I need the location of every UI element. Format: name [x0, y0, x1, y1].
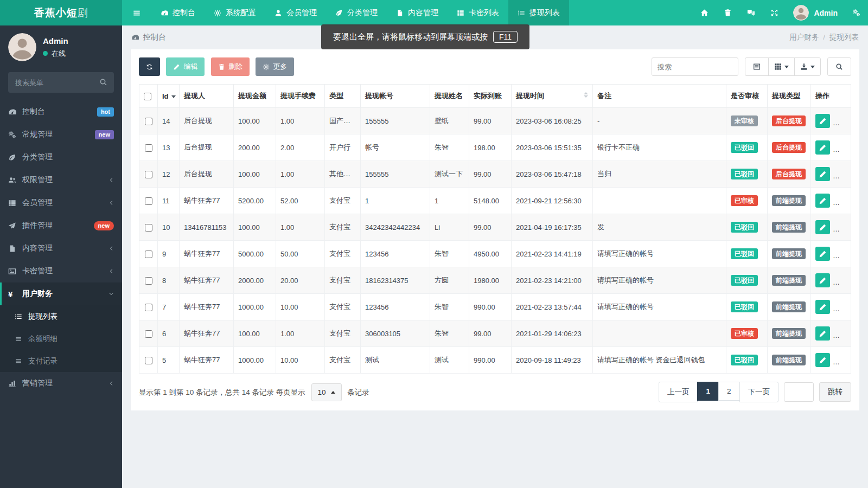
sidebar-item[interactable]: 内容管理 — [0, 237, 122, 260]
gear-icon — [214, 9, 221, 17]
cell-name: 方圆 — [430, 267, 469, 294]
sidebar-subitem[interactable]: 支付记录 — [0, 350, 122, 372]
topnav-item[interactable]: 提现列表 — [508, 0, 569, 25]
breadcrumb-separator: / — [823, 33, 825, 41]
row-checkbox[interactable] — [145, 277, 152, 285]
row-checkbox[interactable] — [145, 357, 152, 364]
row-edit-button[interactable] — [815, 114, 830, 128]
row-edit-button[interactable] — [815, 194, 830, 208]
column-header: 提现姓名 — [430, 85, 469, 108]
cell-user: 蜗牛狂奔77 — [180, 347, 234, 374]
row-checkbox[interactable] — [145, 197, 152, 205]
topnav-item[interactable]: 分类管理 — [326, 0, 387, 25]
export-button[interactable] — [794, 57, 821, 76]
settings-button[interactable] — [845, 0, 868, 25]
search-button[interactable] — [827, 57, 851, 76]
select-all-checkbox[interactable] — [144, 93, 151, 100]
home-button[interactable] — [693, 0, 716, 25]
sidebar-item[interactable]: 分类管理 — [0, 146, 122, 169]
topnav-item[interactable]: 系统配置 — [205, 0, 265, 25]
cell-name: 朱智 — [430, 134, 469, 161]
sidebar-item[interactable]: 营销管理 — [0, 372, 122, 395]
audit-status-badge: 已审核 — [731, 195, 758, 206]
row-edit-button[interactable] — [815, 326, 830, 341]
cell-amount: 5000.00 — [234, 241, 276, 267]
row-edit-button[interactable] — [815, 300, 830, 314]
topnav-item[interactable]: 会员管理 — [265, 0, 326, 25]
row-checkbox[interactable] — [145, 251, 152, 258]
refresh-button[interactable] — [139, 57, 160, 76]
user-menu[interactable]: Admin — [786, 5, 845, 21]
sidebar-item[interactable]: 会员管理 — [0, 191, 122, 214]
more-button[interactable]: 更多 — [256, 57, 294, 76]
sidebar-item[interactable]: 卡密管理 — [0, 260, 122, 282]
breadcrumb-label: 控制台 — [143, 33, 166, 42]
delete-button[interactable]: 删除 — [211, 57, 250, 76]
language-button[interactable] — [739, 0, 763, 25]
sidebar-item[interactable]: ¥用户财务 — [0, 282, 122, 305]
columns-button[interactable] — [768, 57, 795, 76]
menu-search-input[interactable] — [8, 72, 114, 93]
cogs-icon — [852, 9, 860, 17]
cell-actual: 99.00 — [469, 214, 512, 241]
row-edit-button[interactable] — [815, 273, 830, 287]
cell-name: 朱智 — [430, 320, 469, 347]
detail-view-button[interactable] — [745, 57, 769, 76]
row-checkbox[interactable] — [145, 118, 152, 125]
audit-status-badge: 已驳回 — [731, 275, 758, 286]
row-edit-button[interactable] — [815, 220, 830, 234]
clear-cache-button[interactable] — [716, 0, 739, 25]
page-prev-button[interactable]: 上一页 — [659, 382, 698, 402]
page-jump-input[interactable] — [784, 382, 814, 402]
sidebar-item[interactable]: 插件管理new — [0, 214, 122, 237]
page-jump-button[interactable]: 跳转 — [819, 382, 851, 402]
sidebar-subitem[interactable]: 余额明细 — [0, 328, 122, 350]
topnav: 控制台系统配置会员管理分类管理内容管理卡密列表提现列表 Admin — [122, 0, 868, 25]
cell-wtype: 前端提现 — [768, 267, 811, 294]
cell-remark: 请填写正确的帐号 — [593, 294, 726, 320]
row-edit-button[interactable] — [815, 247, 830, 261]
row-checkbox[interactable] — [145, 224, 152, 232]
brand-logo[interactable]: 香蕉小短剧 — [0, 0, 122, 25]
edit-button[interactable]: 编辑 — [166, 57, 205, 76]
page-number-button[interactable]: 2 — [718, 382, 740, 401]
cell-ops — [811, 214, 851, 241]
sidebar-item[interactable]: 控制台hot — [0, 100, 122, 123]
table-search-input[interactable] — [652, 57, 738, 76]
page-next-button[interactable]: 下一页 — [739, 382, 779, 402]
topnav-item[interactable]: 内容管理 — [387, 0, 448, 25]
cell-select — [139, 320, 158, 347]
column-header[interactable]: Id — [158, 85, 180, 108]
cell-id: 10 — [158, 214, 180, 241]
row-checkbox[interactable] — [145, 330, 152, 338]
sidebar-item[interactable]: 常规管理new — [0, 123, 122, 146]
cell-time: 2021-01-29 14:06:23 — [512, 320, 593, 347]
sidebar-item[interactable]: 权限管理 — [0, 169, 122, 191]
lines-icon — [15, 357, 28, 365]
sidebar-subitem[interactable]: 提现列表 — [0, 305, 122, 328]
cell-name: 1 — [430, 188, 469, 214]
row-edit-button[interactable] — [815, 167, 830, 181]
topnav-item[interactable]: 卡密列表 — [448, 0, 508, 25]
cell-select — [139, 214, 158, 241]
user-status-label: 在线 — [52, 49, 66, 59]
fullscreen-button[interactable] — [763, 0, 786, 25]
page-number-button[interactable]: 1 — [697, 382, 719, 401]
row-checkbox[interactable] — [145, 304, 152, 311]
topnav-item[interactable]: 控制台 — [151, 0, 205, 25]
row-checkbox[interactable] — [145, 171, 152, 178]
cell-ops — [811, 267, 851, 294]
row-edit-button[interactable] — [815, 140, 830, 155]
row-checkbox[interactable] — [145, 144, 152, 152]
page-size-select[interactable]: 10 — [311, 383, 342, 401]
cell-time: 2021-09-21 12:56:30 — [512, 188, 593, 214]
cell-name: Li — [430, 214, 469, 241]
row-edit-button[interactable] — [815, 353, 830, 367]
app-window: 香蕉小短剧 Admin 在线 控制台hot常规管理new分类管理权限管理会员管理… — [0, 0, 868, 488]
user-avatar — [8, 33, 36, 61]
column-header[interactable]: 提现时间 — [512, 85, 593, 108]
user-icon — [275, 9, 282, 17]
audit-status-badge: 未审核 — [731, 115, 758, 126]
breadcrumb-current: 提现列表 — [829, 33, 859, 41]
sidebar-toggle-button[interactable] — [122, 0, 151, 25]
